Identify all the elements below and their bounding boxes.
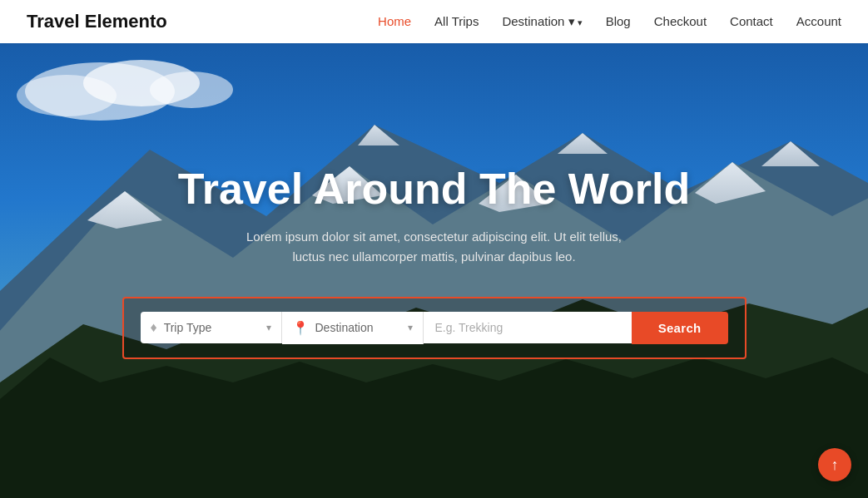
hero-content: Travel Around The World Lorem ipsum dolo… bbox=[122, 165, 746, 358]
nav-item-blog[interactable]: Blog bbox=[606, 14, 631, 29]
nav-link-home[interactable]: Home bbox=[378, 14, 411, 28]
nav-link-contact[interactable]: Contact bbox=[730, 14, 773, 28]
hero-section: Travel Elemento Home All Trips Destinati… bbox=[0, 0, 868, 498]
destination-pin-icon: 📍 bbox=[292, 320, 309, 336]
destination-select[interactable]: Destination Europe Asia Americas bbox=[315, 321, 413, 334]
nav-item-destination[interactable]: Destination ▾ bbox=[502, 14, 582, 29]
svg-point-4 bbox=[150, 71, 233, 108]
nav-menu: Home All Trips Destination ▾ Blog Checko… bbox=[378, 14, 841, 29]
svg-marker-15 bbox=[0, 357, 868, 498]
nav-link-account[interactable]: Account bbox=[796, 14, 841, 28]
hero-title: Travel Around The World bbox=[122, 165, 746, 213]
nav-item-contact[interactable]: Contact bbox=[730, 14, 773, 29]
nav-item-alltrips[interactable]: All Trips bbox=[434, 14, 479, 29]
nav-link-blog[interactable]: Blog bbox=[606, 14, 631, 28]
search-button[interactable]: Search bbox=[632, 312, 728, 344]
nav-item-home[interactable]: Home bbox=[378, 14, 411, 29]
nav-item-checkout[interactable]: Checkout bbox=[654, 14, 707, 29]
trip-type-wrapper: ♦ Trip Type Adventure Cultural Leisure ▾ bbox=[141, 312, 282, 343]
search-container: ♦ Trip Type Adventure Cultural Leisure ▾… bbox=[122, 297, 746, 359]
trip-type-icon: ♦ bbox=[151, 320, 157, 335]
hero-subtitle-line1: Lorem ipsum dolor sit amet, consectetur … bbox=[246, 229, 622, 244]
brand-logo: Travel Elemento bbox=[27, 11, 167, 32]
search-input[interactable] bbox=[424, 312, 632, 343]
nav-link-destination[interactable]: Destination ▾ bbox=[502, 14, 582, 28]
navbar: Travel Elemento Home All Trips Destinati… bbox=[0, 0, 868, 43]
nav-link-alltrips[interactable]: All Trips bbox=[434, 14, 479, 28]
scroll-top-icon: ↑ bbox=[831, 456, 839, 474]
svg-point-3 bbox=[17, 75, 117, 116]
hero-subtitle: Lorem ipsum dolor sit amet, consectetur … bbox=[122, 227, 746, 267]
scroll-top-button[interactable]: ↑ bbox=[818, 448, 851, 481]
nav-item-account[interactable]: Account bbox=[796, 14, 841, 29]
hero-subtitle-line2: luctus nec ullamcorper mattis, pulvinar … bbox=[292, 249, 575, 264]
search-input-wrapper bbox=[424, 312, 632, 343]
trip-type-select[interactable]: Trip Type Adventure Cultural Leisure bbox=[164, 321, 271, 334]
nav-link-checkout[interactable]: Checkout bbox=[654, 14, 707, 28]
destination-wrapper: 📍 Destination Europe Asia Americas ▾ bbox=[282, 312, 424, 344]
